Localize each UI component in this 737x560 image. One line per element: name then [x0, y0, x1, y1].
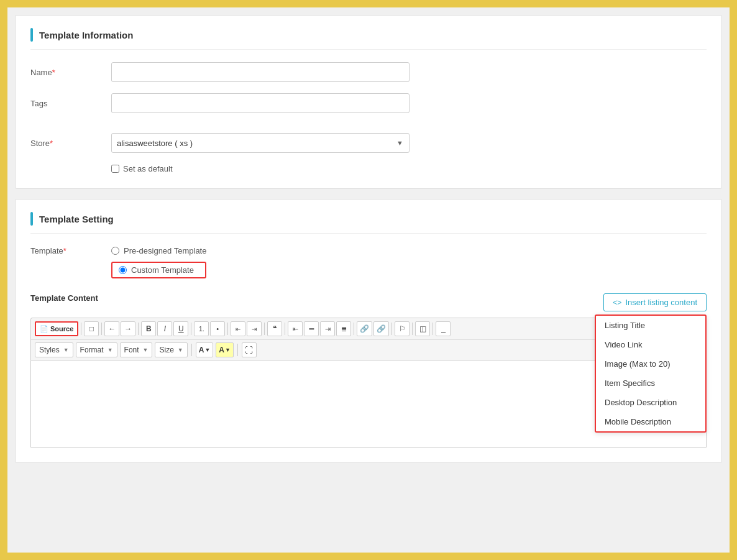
insert-btn-icon: <>: [613, 298, 621, 307]
align-justify-button[interactable]: ≣: [336, 321, 351, 336]
toolbar-sep7: [285, 323, 285, 335]
toolbar-sep1: [81, 323, 81, 335]
indent-button[interactable]: ⇥: [247, 321, 262, 336]
font-arrow-icon: ▼: [143, 347, 149, 353]
outdent-button[interactable]: ⇤: [231, 321, 245, 336]
font-label: Font: [124, 346, 139, 354]
dropdown-item-mobile-desc[interactable]: Mobile Description: [596, 412, 705, 431]
template-type-options: Pre-designed Template Custom Template: [111, 246, 206, 278]
align-center-button[interactable]: ═: [304, 321, 319, 336]
store-field-row: Store* alisasweetstore ( xs ) ▼: [30, 133, 707, 153]
template-type-label: Template*: [30, 246, 111, 255]
source-icon: 📄: [40, 325, 48, 333]
radio-predesigned-input[interactable]: [111, 247, 119, 255]
new-page-button[interactable]: □: [84, 321, 99, 336]
toolbar-sep8: [354, 323, 354, 335]
toolbar-sep4: [191, 323, 191, 335]
name-input[interactable]: [111, 62, 410, 82]
template-info-header: Template Information: [30, 28, 707, 50]
dropdown-item-desktop-desc[interactable]: Desktop Description: [596, 393, 705, 412]
radio-custom-input[interactable]: [119, 266, 127, 274]
store-label: Store*: [30, 139, 111, 148]
tags-input[interactable]: [111, 93, 410, 113]
source-button[interactable]: 📄 Source: [35, 321, 78, 336]
toolbar-sep6: [264, 323, 265, 335]
size-dropdown[interactable]: Size ▼: [155, 342, 187, 357]
template-type-row: Template* Pre-designed Template Custom T…: [30, 246, 707, 278]
template-setting-card: Template Setting Template* Pre-designed …: [15, 199, 722, 463]
template-setting-header: Template Setting: [30, 212, 707, 234]
insert-listing-content-button[interactable]: <> Insert listing content: [603, 293, 707, 311]
redo-button[interactable]: →: [121, 321, 135, 336]
tags-label: Tags: [30, 99, 111, 108]
template-info-title: Template Information: [39, 30, 133, 40]
store-select[interactable]: alisasweetstore ( xs ): [111, 133, 410, 153]
toolbar-sep11: [433, 323, 433, 335]
flag-button[interactable]: ⚐: [395, 321, 410, 336]
tc-header-row: Template Content <> Insert listing conte…: [30, 293, 707, 311]
set-default-row: Set as default: [111, 164, 707, 173]
bg-color-icon: ▼: [225, 347, 231, 353]
dropdown-item-image[interactable]: Image (Max to 20): [596, 354, 705, 374]
styles-label: Styles: [39, 346, 60, 354]
maximize-button[interactable]: ⛶: [242, 342, 257, 357]
font-color-label: A: [199, 346, 204, 354]
radio-custom[interactable]: Custom Template: [111, 262, 206, 278]
radio-predesigned-label: Pre-designed Template: [124, 246, 206, 255]
toolbar-sep2: [101, 323, 102, 335]
bold-button[interactable]: B: [141, 321, 156, 336]
template-content-label: Template Content: [30, 293, 98, 303]
name-field-row: Name*: [30, 62, 707, 82]
align-left-button[interactable]: ⇤: [288, 321, 303, 336]
section-bar-accent2: [30, 212, 33, 226]
font-color-icon: ▼: [204, 347, 210, 353]
toolbar-sep3: [138, 323, 139, 335]
format-dropdown[interactable]: Format ▼: [76, 342, 117, 357]
dropdown-item-listing-title[interactable]: Listing Title: [596, 316, 705, 335]
horizontal-rule-button[interactable]: ⎯: [436, 321, 451, 336]
radio-custom-label: Custom Template: [131, 265, 194, 275]
radio-predesigned[interactable]: Pre-designed Template: [111, 246, 206, 255]
store-select-wrapper: alisasweetstore ( xs ) ▼: [111, 133, 410, 153]
toolbar-sep13: [237, 344, 238, 356]
link-button[interactable]: 🔗: [357, 321, 372, 336]
align-right-button[interactable]: ⇥: [320, 321, 335, 336]
font-color-button[interactable]: A ▼: [196, 342, 214, 357]
tags-field-row: Tags: [30, 93, 707, 113]
insert-btn-container: <> Insert listing content Listing Title …: [603, 293, 707, 311]
toolbar-sep5: [227, 323, 228, 335]
size-arrow-icon: ▼: [178, 347, 183, 353]
format-label: Format: [80, 346, 104, 354]
italic-button[interactable]: I: [157, 321, 172, 336]
ordered-list-button[interactable]: 1.: [194, 321, 209, 336]
font-dropdown[interactable]: Font ▼: [120, 342, 153, 357]
format-arrow-icon: ▼: [108, 347, 113, 353]
insert-btn-label: Insert listing content: [625, 298, 697, 307]
source-label: Source: [50, 325, 73, 333]
set-default-label: Set as default: [123, 164, 173, 173]
template-setting-title: Template Setting: [39, 214, 114, 224]
unlink-button[interactable]: 🔗: [373, 321, 389, 336]
blockquote-button[interactable]: ❝: [267, 321, 282, 336]
template-content-section: Template Content <> Insert listing conte…: [30, 293, 707, 448]
toolbar-sep10: [412, 323, 413, 335]
bg-color-label: A: [219, 346, 224, 354]
table-button[interactable]: ◫: [415, 321, 430, 336]
set-default-checkbox[interactable]: [111, 165, 119, 173]
name-label: Name*: [30, 68, 111, 77]
insert-dropdown-menu: Listing Title Video Link Image (Max to 2…: [595, 314, 707, 433]
bg-color-button[interactable]: A ▼: [216, 342, 234, 357]
toolbar-sep9: [391, 323, 392, 335]
unordered-list-button[interactable]: •: [210, 321, 225, 336]
template-information-card: Template Information Name* Tags Store* a…: [15, 15, 722, 189]
toolbar-sep12: [191, 344, 192, 356]
size-label: Size: [159, 346, 173, 354]
dropdown-item-video-link[interactable]: Video Link: [596, 335, 705, 354]
styles-arrow-icon: ▼: [63, 347, 69, 353]
dropdown-item-item-specifics[interactable]: Item Specifics: [596, 374, 705, 393]
section-bar-accent: [30, 28, 33, 42]
undo-button[interactable]: ←: [104, 321, 119, 336]
styles-dropdown[interactable]: Styles ▼: [35, 342, 73, 357]
underline-button[interactable]: U: [173, 321, 188, 336]
